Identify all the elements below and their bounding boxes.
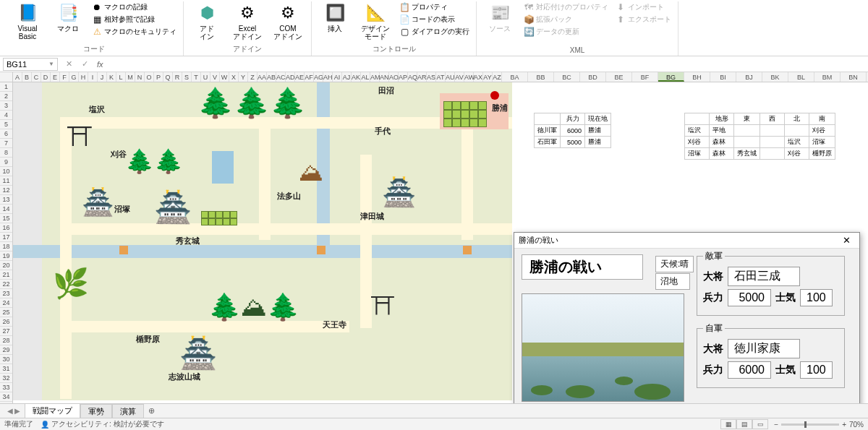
col-header[interactable]: BJ [736, 72, 762, 82]
col-header[interactable]: U [201, 72, 210, 82]
cell[interactable] [734, 125, 760, 137]
row-header[interactable]: 20 [0, 261, 12, 270]
row-header[interactable]: 2 [0, 92, 12, 101]
col-header[interactable]: A [13, 72, 22, 82]
cell[interactable]: 沼塚 [809, 137, 835, 148]
col-header[interactable]: AA [258, 72, 267, 82]
close-button[interactable]: ✕ [838, 235, 855, 246]
macro-button[interactable]: 📑 マクロ [49, 1, 87, 34]
run-dialog-button[interactable]: ▢ダイアログの実行 [397, 26, 472, 38]
col-header[interactable]: X [229, 72, 239, 82]
relative-ref-button[interactable]: ▦相対参照で記録 [90, 14, 179, 25]
col-header[interactable]: O [145, 72, 154, 82]
col-header[interactable]: H [79, 72, 88, 82]
properties-button[interactable]: 📋プロパティ [397, 1, 472, 13]
cell[interactable]: 沼塚 [685, 148, 710, 160]
cell[interactable]: 秀玄城 [734, 148, 760, 160]
export-button[interactable]: ⬆エクスポート [613, 14, 673, 25]
cell[interactable]: 勝浦 [585, 125, 611, 137]
tab-prev-icon[interactable]: ◀ [7, 407, 13, 415]
zoom-slider[interactable] [781, 423, 839, 426]
col-header[interactable]: AS [427, 72, 436, 82]
col-header[interactable]: AU [446, 72, 455, 82]
row-header[interactable]: 8 [0, 148, 12, 158]
import-button[interactable]: ⬇インポート [613, 1, 673, 13]
col-header[interactable]: AM [370, 72, 380, 82]
name-box[interactable]: BG11▼ [3, 58, 58, 71]
col-header[interactable]: AG [314, 72, 323, 82]
col-header[interactable]: AB [267, 72, 276, 82]
row-header[interactable]: 11 [0, 176, 12, 186]
col-header[interactable]: R [173, 72, 182, 82]
col-header[interactable]: K [107, 72, 116, 82]
col-header[interactable]: M [126, 72, 135, 82]
source-button[interactable]: 📰ソース [481, 1, 519, 34]
col-header[interactable]: N [135, 72, 145, 82]
select-all-corner[interactable] [0, 72, 13, 82]
col-header[interactable]: BI [710, 72, 736, 82]
col-header[interactable]: AZ [493, 72, 502, 82]
design-mode-button[interactable]: 📐デザイン モード [357, 1, 394, 42]
cell[interactable]: 6000 [561, 125, 585, 137]
col-header[interactable]: Y [239, 72, 248, 82]
row-header[interactable]: 29 [0, 345, 12, 355]
row-header[interactable]: 16 [0, 223, 12, 233]
sheet-tab-map[interactable]: 戦闘マップ [25, 403, 80, 419]
col-header[interactable]: BL [788, 72, 814, 82]
row-header[interactable]: 33 [0, 383, 12, 392]
col-header[interactable]: BG [658, 72, 684, 82]
col-header[interactable]: AR [417, 72, 427, 82]
row-header[interactable]: 7 [0, 139, 12, 148]
cell[interactable]: 森林 [710, 148, 734, 160]
cell[interactable]: 楯野原 [809, 148, 835, 160]
row-header[interactable]: 6 [0, 129, 12, 139]
sheet-tab-calc[interactable]: 演算 [112, 404, 144, 418]
row-header[interactable]: 24 [0, 298, 12, 308]
page-break-button[interactable]: ▭ [752, 419, 768, 429]
row-header[interactable]: 31 [0, 364, 12, 374]
col-header[interactable]: V [210, 72, 220, 82]
row-header[interactable]: 28 [0, 336, 12, 345]
col-header[interactable]: AX [474, 72, 483, 82]
cell[interactable]: 5000 [561, 137, 585, 148]
formula-input[interactable] [108, 58, 868, 71]
tab-next-icon[interactable]: ▶ [14, 407, 20, 415]
col-header[interactable]: W [220, 72, 229, 82]
col-header[interactable]: AL [361, 72, 370, 82]
cell[interactable]: 石田軍 [535, 137, 561, 148]
cell[interactable]: 森林 [710, 137, 734, 148]
row-header[interactable]: 9 [0, 158, 12, 167]
addin-button[interactable]: ⬢アド イン [188, 1, 226, 42]
col-header[interactable]: AK [352, 72, 361, 82]
cell[interactable]: 塩沢 [685, 125, 710, 137]
cell[interactable]: 塩沢 [785, 137, 809, 148]
col-header[interactable]: AN [380, 72, 389, 82]
col-header[interactable]: G [69, 72, 79, 82]
row-header[interactable]: 1 [0, 82, 12, 92]
col-header[interactable]: BD [580, 72, 606, 82]
cell[interactable]: 刈谷 [685, 137, 710, 148]
row-header[interactable]: 34 [0, 392, 12, 402]
row-header[interactable]: 4 [0, 111, 12, 120]
map-properties-button[interactable]: 🗺対応付けのプロパティ [522, 1, 610, 13]
col-header[interactable]: BB [528, 72, 554, 82]
row-header[interactable]: 15 [0, 214, 12, 223]
fx-icon[interactable]: fx [93, 60, 108, 69]
tab-nav[interactable]: ◀▶ [3, 407, 25, 415]
col-header[interactable]: L [116, 72, 126, 82]
cell[interactable] [785, 125, 809, 137]
col-header[interactable]: BF [632, 72, 658, 82]
row-header[interactable]: 21 [0, 270, 12, 280]
cell[interactable]: 刈谷 [785, 148, 809, 160]
row-header[interactable]: 32 [0, 374, 12, 383]
col-header[interactable]: Q [163, 72, 173, 82]
col-header[interactable]: BM [814, 72, 841, 82]
col-header[interactable]: AC [276, 72, 286, 82]
row-header[interactable]: 10 [0, 167, 12, 176]
col-header[interactable]: AP [399, 72, 408, 82]
insert-button[interactable]: 🔲挿入 [316, 1, 354, 34]
col-header[interactable]: AO [389, 72, 399, 82]
col-header[interactable]: AQ [408, 72, 417, 82]
col-header[interactable]: BE [606, 72, 632, 82]
zoom-control[interactable]: − + 70% [774, 421, 864, 429]
